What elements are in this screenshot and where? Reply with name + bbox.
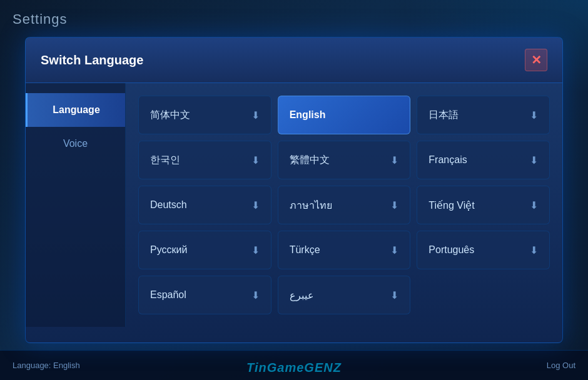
download-icon: ⬇ bbox=[251, 289, 260, 301]
sidebar-item-voice[interactable]: Voice bbox=[26, 127, 125, 161]
lang-item-turkish[interactable]: Türkçe ⬇ bbox=[278, 231, 411, 269]
close-button[interactable]: ✕ bbox=[525, 49, 547, 71]
lang-item-arabic[interactable]: عيبرع ⬇ bbox=[278, 276, 411, 314]
download-icon: ⬇ bbox=[530, 244, 538, 256]
modal-overlay: Switch Language ✕ Language Voice 简体中文 bbox=[0, 0, 588, 380]
modal-title: Switch Language bbox=[41, 53, 143, 68]
lang-item-thai[interactable]: ภาษาไทย ⬇ bbox=[278, 186, 411, 224]
download-icon: ⬇ bbox=[530, 154, 538, 166]
lang-item-spanish[interactable]: Español ⬇ bbox=[138, 276, 271, 314]
download-icon: ⬇ bbox=[530, 199, 538, 211]
lang-item-russian[interactable]: Русский ⬇ bbox=[138, 231, 271, 269]
lang-item-vietnamese[interactable]: Tiếng Việt ⬇ bbox=[417, 186, 550, 224]
lang-item-simplified-chinese[interactable]: 简体中文 ⬇ bbox=[138, 96, 271, 134]
download-icon: ⬇ bbox=[390, 289, 398, 301]
lang-item-korean[interactable]: 한국인 ⬇ bbox=[138, 141, 271, 179]
lang-item-portuguese[interactable]: Português ⬇ bbox=[417, 231, 550, 269]
download-icon: ⬇ bbox=[390, 244, 398, 256]
download-icon: ⬇ bbox=[530, 109, 538, 121]
lang-item-french[interactable]: Français ⬇ bbox=[417, 141, 550, 179]
sidebar-item-language[interactable]: Language bbox=[26, 93, 125, 127]
download-icon: ⬇ bbox=[390, 199, 398, 211]
switch-language-modal: Switch Language ✕ Language Voice 简体中文 bbox=[25, 37, 563, 343]
lang-item-traditional-chinese[interactable]: 繁體中文 ⬇ bbox=[278, 141, 411, 179]
modal-body: Language Voice 简体中文 ⬇ English bbox=[26, 83, 562, 327]
lang-item-japanese[interactable]: 日本語 ⬇ bbox=[417, 96, 550, 134]
download-icon: ⬇ bbox=[390, 154, 398, 166]
download-icon: ⬇ bbox=[251, 109, 260, 121]
settings-sidebar: Language Voice bbox=[26, 83, 126, 327]
language-content: 简体中文 ⬇ English 日本語 ⬇ 한국인 ⬇ bbox=[126, 83, 562, 327]
download-icon: ⬇ bbox=[251, 199, 260, 211]
lang-item-german[interactable]: Deutsch ⬇ bbox=[138, 186, 271, 224]
language-grid: 简体中文 ⬇ English 日本語 ⬇ 한국인 ⬇ bbox=[138, 96, 550, 314]
lang-item-english[interactable]: English bbox=[278, 96, 411, 134]
download-icon: ⬇ bbox=[251, 154, 260, 166]
download-icon: ⬇ bbox=[251, 244, 260, 256]
lang-placeholder bbox=[417, 276, 550, 314]
modal-header: Switch Language ✕ bbox=[26, 38, 562, 83]
